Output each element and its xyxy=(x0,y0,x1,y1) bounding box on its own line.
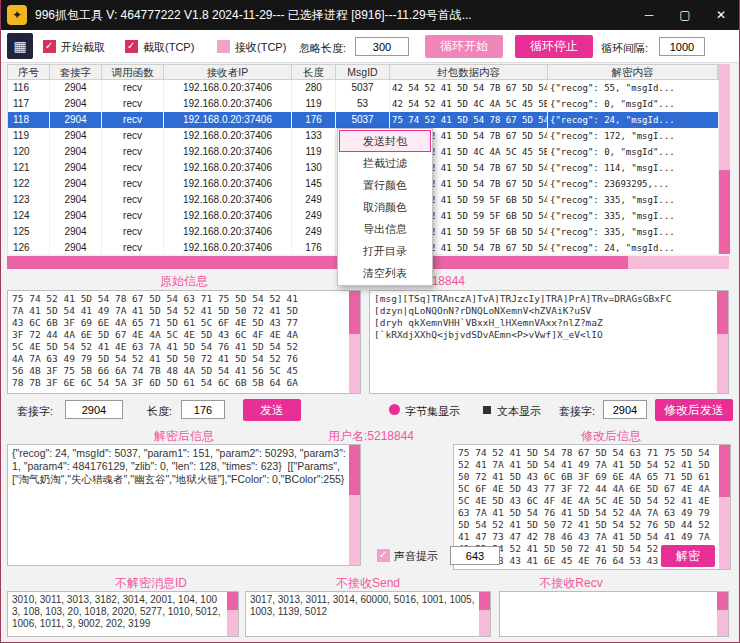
table-row[interactable]: 1182904recv192.168.0.20:37406176503775 7… xyxy=(8,112,719,128)
cell-func: recv xyxy=(102,192,164,208)
no-recv-label: 不接收Recv xyxy=(471,575,671,592)
close-button[interactable]: ✕ xyxy=(703,0,739,30)
scrollbar-thumb[interactable] xyxy=(719,445,730,497)
socket-input[interactable] xyxy=(65,400,123,419)
decrypted-text-panel[interactable]: {"recog": 24, "msgId": 5037, "param1": 1… xyxy=(7,444,361,566)
column-header[interactable]: 套接字 xyxy=(50,65,102,79)
cell-msgid: 5037 xyxy=(336,80,390,96)
text-display-radio[interactable] xyxy=(483,406,491,414)
app-logo-icon: ✦ xyxy=(7,5,27,25)
scrollbar-thumb[interactable] xyxy=(719,170,730,254)
ignore-length-input[interactable] xyxy=(355,37,409,56)
column-header[interactable]: 封包数据内容 xyxy=(390,65,548,79)
no-recv-ids xyxy=(504,594,714,634)
cell-socket: 2904 xyxy=(50,160,102,176)
context-menu-item[interactable]: 导出信息 xyxy=(339,218,431,240)
raw-text-scrollbar[interactable] xyxy=(717,291,728,393)
cell-len: 249 xyxy=(292,208,336,224)
scrollbar-thumb[interactable] xyxy=(227,592,238,610)
sound-alert-checkbox[interactable] xyxy=(377,549,390,562)
cell-ip: 192.168.0.20:37406 xyxy=(164,160,292,176)
sound-alert-label: 声音提示 xyxy=(394,549,438,564)
column-header[interactable]: 接收者IP xyxy=(164,65,292,79)
cell-data: 75 74 52 41 5D 54 78 67 5D 54 xyxy=(390,112,548,128)
bytes-display-radio[interactable] xyxy=(389,404,400,415)
table-row[interactable]: 1172904recv192.168.0.20:374061195342 54 … xyxy=(8,96,719,112)
cell-msgid: 53 xyxy=(336,96,390,112)
scrollbar-thumb[interactable] xyxy=(7,256,628,269)
cell-decoded: {"recog": 23693295,... xyxy=(548,176,719,192)
cell-func: recv xyxy=(102,96,164,112)
tcp-capture-label: 截取(TCP) xyxy=(143,40,194,55)
modified-scrollbar[interactable] xyxy=(719,445,730,569)
column-header[interactable]: 调用函数 xyxy=(102,65,164,79)
cell-func: recv xyxy=(102,112,164,128)
tcp-receive-label: 接收(TCP) xyxy=(235,40,286,55)
scrollbar-thumb[interactable] xyxy=(349,291,360,334)
socket2-input[interactable] xyxy=(603,400,647,419)
raw-hex-scrollbar[interactable] xyxy=(349,291,360,393)
decrypted-scrollbar[interactable] xyxy=(349,445,360,565)
app-grid-icon[interactable]: ▦ xyxy=(7,33,33,59)
no-send-scrollbar[interactable] xyxy=(479,592,490,636)
cell-ip: 192.168.0.20:37406 xyxy=(164,80,292,96)
context-menu-item[interactable]: 清空列表 xyxy=(339,262,431,284)
sound-value-input[interactable] xyxy=(450,546,500,565)
loop-stop-button[interactable]: 循环停止 xyxy=(515,35,593,58)
send-button[interactable]: 发送 xyxy=(243,399,301,421)
cell-decoded: {"recog": 24, "msgId... xyxy=(548,112,719,128)
loop-start-button[interactable]: 循环开始 xyxy=(425,35,503,58)
cell-ip: 192.168.0.20:37406 xyxy=(164,240,292,254)
maximize-button[interactable]: ▢ xyxy=(667,0,703,30)
cell-decoded: {"recog": 0, "msgId"... xyxy=(548,96,719,112)
no-send-ids: 3017, 3013, 3011, 3014, 60000, 5016, 100… xyxy=(250,594,476,634)
modified-info-label: 修改后信息 xyxy=(491,428,731,445)
no-send-panel[interactable]: 3017, 3013, 3011, 3014, 60000, 5016, 100… xyxy=(245,591,491,637)
cell-seq: 117 xyxy=(8,96,50,112)
column-header[interactable]: 解密内容 xyxy=(548,65,718,79)
context-menu-item[interactable]: 打开目录 xyxy=(339,240,431,262)
raw-hex-panel[interactable]: 75 74 52 41 5D 54 78 67 5D 54 63 71 75 5… xyxy=(7,290,361,394)
socket-label: 套接字: xyxy=(17,404,53,419)
no-decrypt-label: 不解密消息ID xyxy=(41,575,261,592)
minimize-button[interactable]: ─ xyxy=(631,0,667,30)
length-input[interactable] xyxy=(181,400,225,419)
cell-decoded: {"recog": 335, "msgI... xyxy=(548,208,719,224)
cell-func: recv xyxy=(102,176,164,192)
no-recv-panel[interactable] xyxy=(499,591,729,637)
cell-func: recv xyxy=(102,80,164,96)
table-vertical-scrollbar[interactable] xyxy=(719,64,730,254)
column-header[interactable]: MsgID xyxy=(336,65,390,79)
column-header[interactable]: 长度 xyxy=(292,65,336,79)
cell-func: recv xyxy=(102,224,164,240)
cell-seq: 124 xyxy=(8,208,50,224)
decrypt-button[interactable]: 解密 xyxy=(661,545,715,567)
tcp-receive-checkbox[interactable] xyxy=(217,40,230,53)
scrollbar-thumb[interactable] xyxy=(479,592,490,610)
context-menu-item[interactable]: 发送封包 xyxy=(339,130,431,152)
loop-interval-input[interactable] xyxy=(659,37,705,56)
scrollbar-thumb[interactable] xyxy=(717,592,728,610)
raw-info-label: 原始信息 xyxy=(7,273,361,290)
cell-decoded: {"recog": 114, "msgI... xyxy=(548,160,719,176)
tcp-capture-checkbox[interactable] xyxy=(125,40,138,53)
column-header[interactable]: 序号 xyxy=(8,65,50,79)
table-row[interactable]: 1162904recv192.168.0.20:37406280503742 5… xyxy=(8,80,719,96)
context-menu-item[interactable]: 置行颜色 xyxy=(339,174,431,196)
no-decrypt-panel[interactable]: 3010, 3011, 3013, 3182, 3014, 2001, 104,… xyxy=(7,591,239,637)
scrollbar-thumb[interactable] xyxy=(717,291,728,334)
context-menu-item[interactable]: 拦截过滤 xyxy=(339,152,431,174)
no-recv-scrollbar[interactable] xyxy=(717,592,728,636)
scrollbar-thumb[interactable] xyxy=(349,445,360,495)
raw-text-content: [msg][TSq]TRAnczA]TvA]TRJzcIy]TRA]PrA]TR… xyxy=(374,293,714,391)
cell-msgid: 5037 xyxy=(336,112,390,128)
no-decrypt-scrollbar[interactable] xyxy=(227,592,238,636)
start-capture-checkbox[interactable] xyxy=(43,40,56,53)
cell-ip: 192.168.0.20:37406 xyxy=(164,192,292,208)
modified-send-button[interactable]: 修改后发送 xyxy=(655,399,733,421)
context-menu-item[interactable]: 取消颜色 xyxy=(339,196,431,218)
start-capture-label: 开始截取 xyxy=(61,40,105,55)
cell-seq: 119 xyxy=(8,128,50,144)
raw-text-panel[interactable]: [msg][TSq]TRAnczA]TvA]TRJzcIy]TRA]PrA]TR… xyxy=(369,290,729,394)
cell-len: 119 xyxy=(292,144,336,160)
